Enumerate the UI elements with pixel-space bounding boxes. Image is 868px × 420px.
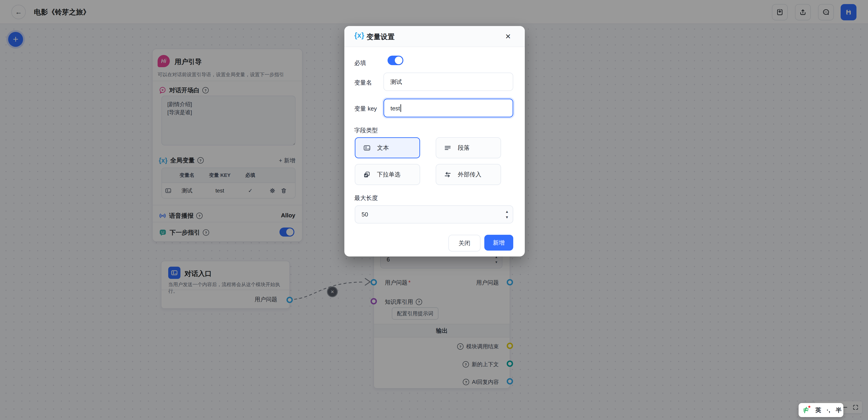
modal-close-button[interactable]: ✕ — [503, 32, 513, 41]
type-button-select[interactable]: 下拉单选 — [355, 164, 420, 185]
ime-logo-icon[interactable] — [802, 406, 810, 414]
ime-width-mode[interactable]: 半 — [836, 406, 841, 414]
modal-submit-button[interactable]: 新增 — [484, 235, 513, 250]
modal-header: {x} 变量设置 ✕ — [344, 26, 525, 47]
ime-punct-mode[interactable]: ·, — [827, 407, 830, 414]
text-type-icon — [363, 144, 371, 152]
text-caret — [400, 104, 401, 112]
ime-notification-dot — [808, 406, 810, 408]
modal-cancel-button[interactable]: 关闭 — [448, 235, 480, 251]
key-label: 变量 key — [354, 105, 377, 113]
number-stepper: ▲ ▼ — [505, 206, 509, 223]
max-length-label: 最大长度 — [354, 194, 378, 202]
step-down-icon[interactable]: ▼ — [505, 215, 509, 219]
step-up-icon[interactable]: ▲ — [505, 210, 509, 213]
paragraph-icon — [444, 144, 452, 152]
type-button-text[interactable]: 文本 — [355, 137, 420, 158]
variable-name-input[interactable]: 测试 — [383, 72, 513, 91]
type-button-paragraph[interactable]: 段落 — [436, 137, 501, 158]
swap-arrows-icon — [444, 171, 452, 178]
ime-lang-mode[interactable]: 英 — [815, 406, 821, 414]
type-button-external[interactable]: 外部传入 — [436, 164, 501, 185]
modal-title: 变量设置 — [367, 32, 395, 41]
max-length-input[interactable]: 50 ▲ ▼ — [355, 205, 513, 223]
variable-settings-modal: {x} 变量设置 ✕ 必填 变量名 测试 变量 key test 字段类型 文本… — [344, 26, 525, 257]
field-type-label: 字段类型 — [354, 126, 378, 134]
close-icon: ✕ — [505, 32, 511, 41]
required-toggle[interactable] — [388, 56, 403, 65]
variable-braces-icon: {x} — [354, 31, 364, 39]
ime-status-bar[interactable]: 英 ·, 半 — [799, 403, 843, 417]
required-label: 必填 — [354, 59, 366, 67]
dropdown-select-icon — [363, 171, 371, 178]
variable-key-input[interactable]: test — [383, 99, 513, 117]
name-label: 变量名 — [354, 79, 372, 87]
